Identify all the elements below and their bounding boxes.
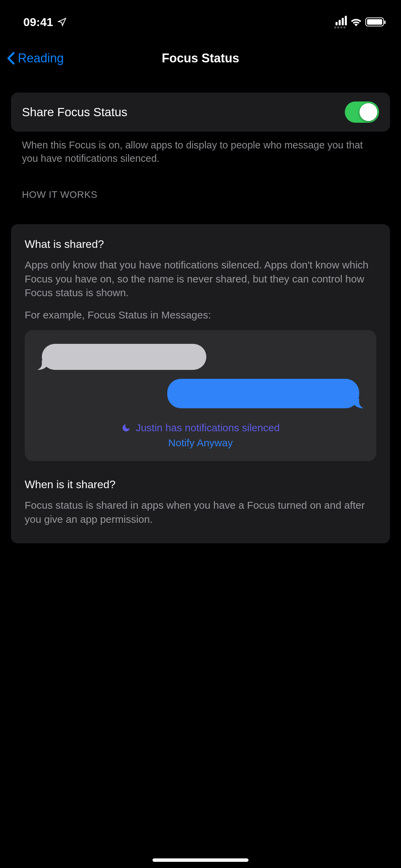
status-bar-left: 09:41	[23, 15, 67, 29]
status-time: 09:41	[23, 15, 53, 29]
chevron-left-icon	[7, 52, 15, 65]
cellular-icon	[336, 16, 347, 25]
silenced-status-row: Justin has notifications silenced	[35, 422, 366, 434]
share-focus-status-toggle[interactable]	[345, 101, 379, 123]
moon-icon	[121, 423, 131, 433]
dual-sim-icon	[334, 26, 345, 28]
back-label: Reading	[18, 51, 64, 65]
wifi-icon	[350, 17, 362, 26]
status-bar: 09:41	[0, 0, 401, 34]
messages-example: Justin has notifications silenced Notify…	[25, 330, 376, 461]
when-is-it-shared-title: When is it shared?	[25, 478, 376, 491]
outgoing-message-bubble	[167, 379, 359, 408]
incoming-message-bubble	[42, 344, 206, 370]
share-focus-status-footer: When this Focus is on, allow apps to dis…	[11, 132, 390, 165]
example-intro: For example, Focus Status in Messages:	[25, 308, 376, 322]
what-is-shared-body: Apps only know that you have notificatio…	[25, 258, 376, 300]
how-it-works-header: HOW IT WORKS	[11, 165, 390, 200]
location-icon	[57, 17, 67, 27]
share-focus-status-cell: Share Focus Status	[11, 93, 390, 132]
battery-icon	[365, 17, 384, 26]
navigation-bar: Reading Focus Status	[0, 41, 401, 75]
notify-anyway-button[interactable]: Notify Anyway	[35, 437, 366, 449]
when-is-it-shared-body: Focus status is shared in apps when you …	[25, 498, 376, 526]
silenced-text: Justin has notifications silenced	[136, 422, 280, 434]
share-focus-status-label: Share Focus Status	[22, 105, 127, 119]
status-bar-right	[334, 16, 384, 28]
how-it-works-card: What is shared? Apps only know that you …	[11, 224, 390, 543]
back-button[interactable]: Reading	[7, 51, 64, 65]
home-indicator[interactable]	[153, 858, 248, 862]
what-is-shared-title: What is shared?	[25, 238, 376, 251]
